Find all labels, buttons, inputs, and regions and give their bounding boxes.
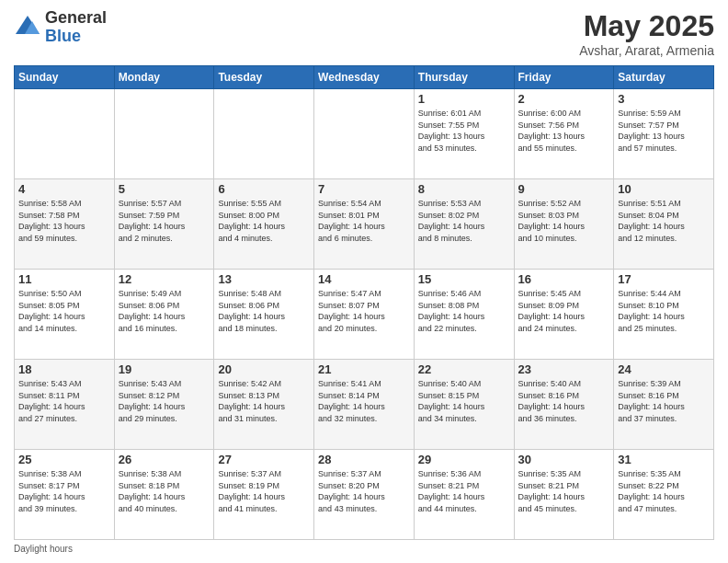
day-info: Sunrise: 5:58 AM Sunset: 7:58 PM Dayligh…: [18, 198, 110, 244]
calendar-header-friday: Friday: [514, 66, 614, 89]
calendar-cell: 21Sunrise: 5:41 AM Sunset: 8:14 PM Dayli…: [314, 360, 415, 450]
day-info: Sunrise: 5:35 AM Sunset: 8:21 PM Dayligh…: [518, 468, 610, 514]
calendar-cell: 14Sunrise: 5:47 AM Sunset: 8:07 PM Dayli…: [314, 270, 415, 360]
day-number: 10: [618, 182, 710, 196]
day-info: Sunrise: 5:52 AM Sunset: 8:03 PM Dayligh…: [518, 198, 610, 244]
calendar-cell: 8Sunrise: 5:53 AM Sunset: 8:02 PM Daylig…: [414, 179, 514, 270]
calendar-cell: 13Sunrise: 5:48 AM Sunset: 8:06 PM Dayli…: [214, 270, 314, 360]
calendar-cell: 25Sunrise: 5:38 AM Sunset: 8:17 PM Dayli…: [15, 450, 115, 540]
day-number: 8: [418, 182, 510, 196]
calendar-cell: 27Sunrise: 5:37 AM Sunset: 8:19 PM Dayli…: [214, 450, 314, 540]
day-number: 22: [418, 362, 510, 376]
day-number: 25: [18, 453, 110, 466]
day-info: Sunrise: 5:49 AM Sunset: 8:06 PM Dayligh…: [119, 288, 210, 334]
day-number: 18: [18, 362, 110, 376]
week-row-1: 1Sunrise: 6:01 AM Sunset: 7:55 PM Daylig…: [15, 89, 714, 179]
calendar-cell: 7Sunrise: 5:54 AM Sunset: 8:01 PM Daylig…: [314, 179, 415, 270]
calendar-cell: 3Sunrise: 5:59 AM Sunset: 7:57 PM Daylig…: [614, 89, 714, 179]
day-info: Sunrise: 5:35 AM Sunset: 8:22 PM Dayligh…: [618, 468, 710, 514]
day-info: Sunrise: 5:38 AM Sunset: 8:17 PM Dayligh…: [18, 468, 110, 514]
calendar-header-thursday: Thursday: [414, 66, 514, 89]
calendar-cell: 1Sunrise: 6:01 AM Sunset: 7:55 PM Daylig…: [414, 89, 514, 179]
week-row-2: 4Sunrise: 5:58 AM Sunset: 7:58 PM Daylig…: [15, 179, 714, 270]
day-number: 20: [218, 362, 310, 376]
day-number: 5: [119, 182, 210, 196]
day-info: Sunrise: 5:46 AM Sunset: 8:08 PM Dayligh…: [418, 288, 510, 334]
calendar-cell: 26Sunrise: 5:38 AM Sunset: 8:18 PM Dayli…: [114, 450, 214, 540]
title-area: May 2025 Avshar, Ararat, Armenia: [579, 9, 714, 58]
month-title: May 2025: [579, 9, 714, 43]
logo-blue: Blue: [45, 28, 107, 46]
day-number: 21: [318, 362, 410, 376]
day-info: Sunrise: 6:00 AM Sunset: 7:56 PM Dayligh…: [518, 108, 610, 154]
day-number: 9: [518, 182, 610, 196]
day-number: 14: [318, 272, 410, 286]
calendar-header-wednesday: Wednesday: [314, 66, 415, 89]
calendar-cell: 18Sunrise: 5:43 AM Sunset: 8:11 PM Dayli…: [15, 360, 115, 450]
day-info: Sunrise: 5:42 AM Sunset: 8:13 PM Dayligh…: [218, 378, 310, 424]
day-number: 7: [318, 182, 410, 196]
day-number: 6: [218, 182, 310, 196]
calendar-cell: 12Sunrise: 5:49 AM Sunset: 8:06 PM Dayli…: [114, 270, 214, 360]
calendar-cell: 15Sunrise: 5:46 AM Sunset: 8:08 PM Dayli…: [414, 270, 514, 360]
day-info: Sunrise: 5:36 AM Sunset: 8:21 PM Dayligh…: [418, 468, 510, 514]
calendar-cell: 2Sunrise: 6:00 AM Sunset: 7:56 PM Daylig…: [514, 89, 614, 179]
calendar-cell: 22Sunrise: 5:40 AM Sunset: 8:15 PM Dayli…: [414, 360, 514, 450]
calendar-header-saturday: Saturday: [614, 66, 714, 89]
day-number: 27: [218, 453, 310, 466]
day-info: Sunrise: 5:51 AM Sunset: 8:04 PM Dayligh…: [618, 198, 710, 244]
calendar-cell: 17Sunrise: 5:44 AM Sunset: 8:10 PM Dayli…: [614, 270, 714, 360]
calendar-cell: 6Sunrise: 5:55 AM Sunset: 8:00 PM Daylig…: [214, 179, 314, 270]
calendar-cell: 28Sunrise: 5:37 AM Sunset: 8:20 PM Dayli…: [314, 450, 415, 540]
week-row-4: 18Sunrise: 5:43 AM Sunset: 8:11 PM Dayli…: [15, 360, 714, 450]
day-number: 15: [418, 272, 510, 286]
day-number: 3: [618, 92, 710, 106]
calendar-header-sunday: Sunday: [15, 66, 115, 89]
day-info: Sunrise: 5:38 AM Sunset: 8:18 PM Dayligh…: [119, 468, 210, 514]
day-info: Sunrise: 5:37 AM Sunset: 8:19 PM Dayligh…: [218, 468, 310, 514]
week-row-3: 11Sunrise: 5:50 AM Sunset: 8:05 PM Dayli…: [15, 270, 714, 360]
day-info: Sunrise: 5:41 AM Sunset: 8:14 PM Dayligh…: [318, 378, 410, 424]
day-number: 1: [418, 92, 510, 106]
calendar-cell: 24Sunrise: 5:39 AM Sunset: 8:16 PM Dayli…: [614, 360, 714, 450]
calendar-cell: 9Sunrise: 5:52 AM Sunset: 8:03 PM Daylig…: [514, 179, 614, 270]
day-info: Sunrise: 5:37 AM Sunset: 8:20 PM Dayligh…: [318, 468, 410, 514]
calendar-cell: 16Sunrise: 5:45 AM Sunset: 8:09 PM Dayli…: [514, 270, 614, 360]
day-number: 26: [119, 453, 210, 466]
calendar-cell: 5Sunrise: 5:57 AM Sunset: 7:59 PM Daylig…: [114, 179, 214, 270]
day-info: Sunrise: 5:47 AM Sunset: 8:07 PM Dayligh…: [318, 288, 410, 334]
logo-icon: [14, 14, 41, 41]
day-number: 30: [518, 453, 610, 466]
day-number: 2: [518, 92, 610, 106]
day-info: Sunrise: 5:40 AM Sunset: 8:16 PM Dayligh…: [518, 378, 610, 424]
day-info: Sunrise: 5:54 AM Sunset: 8:01 PM Dayligh…: [318, 198, 410, 244]
day-number: 16: [518, 272, 610, 286]
calendar-cell: 4Sunrise: 5:58 AM Sunset: 7:58 PM Daylig…: [15, 179, 115, 270]
day-number: 19: [119, 362, 210, 376]
calendar-header-tuesday: Tuesday: [214, 66, 314, 89]
day-number: 28: [318, 453, 410, 466]
day-info: Sunrise: 5:43 AM Sunset: 8:12 PM Dayligh…: [119, 378, 210, 424]
calendar-cell: [214, 89, 314, 179]
calendar-cell: 30Sunrise: 5:35 AM Sunset: 8:21 PM Dayli…: [514, 450, 614, 540]
day-number: 12: [119, 272, 210, 286]
day-info: Sunrise: 5:50 AM Sunset: 8:05 PM Dayligh…: [18, 288, 110, 334]
day-info: Sunrise: 5:55 AM Sunset: 8:00 PM Dayligh…: [218, 198, 310, 244]
calendar-cell: 11Sunrise: 5:50 AM Sunset: 8:05 PM Dayli…: [15, 270, 115, 360]
day-number: 31: [618, 453, 710, 466]
calendar: SundayMondayTuesdayWednesdayThursdayFrid…: [14, 65, 714, 540]
day-number: 29: [418, 453, 510, 466]
day-info: Sunrise: 5:57 AM Sunset: 7:59 PM Dayligh…: [119, 198, 210, 244]
day-number: 17: [618, 272, 710, 286]
day-number: 23: [518, 362, 610, 376]
day-info: Sunrise: 5:45 AM Sunset: 8:09 PM Dayligh…: [518, 288, 610, 334]
day-info: Sunrise: 5:53 AM Sunset: 8:02 PM Dayligh…: [418, 198, 510, 244]
footer-note: Daylight hours: [14, 544, 714, 554]
calendar-cell: 31Sunrise: 5:35 AM Sunset: 8:22 PM Dayli…: [614, 450, 714, 540]
day-info: Sunrise: 5:59 AM Sunset: 7:57 PM Dayligh…: [618, 108, 710, 154]
day-info: Sunrise: 5:44 AM Sunset: 8:10 PM Dayligh…: [618, 288, 710, 334]
calendar-cell: 19Sunrise: 5:43 AM Sunset: 8:12 PM Dayli…: [114, 360, 214, 450]
logo: General Blue: [14, 9, 107, 46]
calendar-cell: 10Sunrise: 5:51 AM Sunset: 8:04 PM Dayli…: [614, 179, 714, 270]
calendar-cell: 23Sunrise: 5:40 AM Sunset: 8:16 PM Dayli…: [514, 360, 614, 450]
